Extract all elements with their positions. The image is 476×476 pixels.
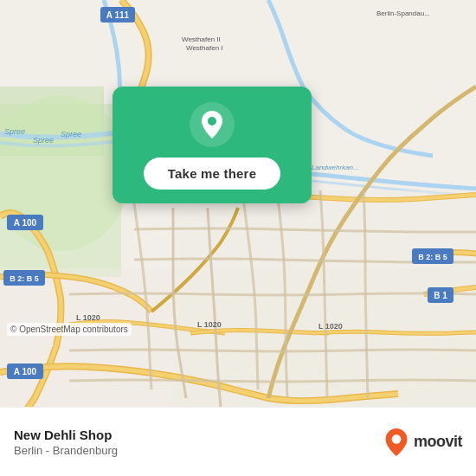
svg-text:Landwehrkan...: Landwehrkan...	[312, 164, 359, 171]
svg-text:B 2: B 5: B 2: B 5	[10, 274, 39, 283]
svg-point-29	[208, 117, 216, 125]
svg-text:B 2: B 5: B 2: B 5	[418, 253, 447, 261]
svg-text:B 1: B 1	[434, 291, 447, 300]
svg-text:L 1020: L 1020	[76, 313, 100, 322]
svg-text:A 100: A 100	[14, 367, 37, 376]
svg-point-30	[392, 434, 402, 444]
svg-text:Spree: Spree	[4, 127, 25, 136]
svg-text:Westhafen II: Westhafen II	[182, 35, 221, 43]
map-copyright: © OpenStreetMap contributors	[7, 323, 132, 336]
svg-rect-4	[0, 268, 476, 407]
svg-text:L 1020: L 1020	[197, 320, 222, 329]
svg-text:A 111: A 111	[106, 10, 130, 20]
moovit-pin-icon	[384, 428, 408, 456]
location-name: New Dehli Shop	[14, 428, 384, 442]
take-me-there-button[interactable]: Take me there	[144, 158, 280, 190]
svg-text:A 100: A 100	[14, 218, 37, 228]
moovit-brand-name: moovit	[414, 433, 462, 451]
svg-text:Spree: Spree	[61, 130, 81, 138]
location-info: New Dehli Shop Berlin - Brandenburg	[14, 428, 384, 457]
svg-text:Berlin-Spandau...: Berlin-Spandau...	[376, 10, 430, 17]
bottom-bar: New Dehli Shop Berlin - Brandenburg moov…	[0, 407, 476, 476]
location-region: Berlin - Brandenburg	[14, 444, 384, 457]
map-view: A 111 A 100 A 100 B 2: B 5 B 2: B 5 B 1 …	[0, 0, 476, 407]
svg-text:L 1020: L 1020	[318, 322, 343, 331]
moovit-logo: moovit	[384, 428, 462, 456]
location-card: Take me there	[113, 87, 312, 203]
svg-text:Spree: Spree	[33, 136, 54, 145]
location-pin-icon	[190, 102, 235, 147]
svg-text:Westhafen I: Westhafen I	[186, 44, 223, 52]
